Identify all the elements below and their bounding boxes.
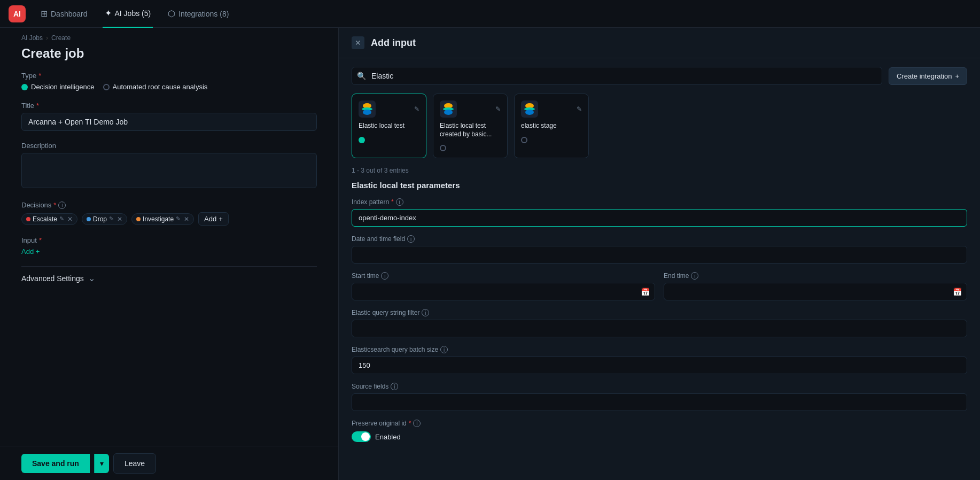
card-name-2: Elastic local test created by basic... [440, 122, 501, 138]
start-time-info-icon[interactable]: i [381, 272, 388, 280]
preserve-id-toggle[interactable] [352, 431, 371, 442]
drop-remove-icon[interactable]: ✕ [117, 215, 122, 223]
create-integration-plus-icon: + [955, 72, 959, 80]
type-decision-intelligence[interactable]: Decision intelligence [21, 83, 95, 91]
breadcrumb-parent[interactable]: AI Jobs [21, 34, 43, 42]
nav-dashboard-label: Dashboard [51, 10, 88, 18]
decision-tag-investigate: Investigate ✎ ✕ [131, 213, 194, 225]
advanced-settings-label: Advanced Settings [21, 274, 84, 283]
title-required-marker: * [36, 102, 39, 110]
start-time-label: Start time i [352, 272, 655, 280]
preserve-original-id-label: Preserve original id * i [352, 420, 967, 427]
breadcrumb: AI Jobs › Create [0, 28, 338, 42]
start-time-input[interactable] [352, 283, 655, 300]
date-time-input[interactable] [352, 246, 967, 264]
type-label: Type * [21, 72, 317, 80]
source-fields-input[interactable] [352, 393, 967, 411]
end-time-info-icon[interactable]: i [691, 272, 698, 280]
entries-count: 1 - 3 out of 3 entries [339, 167, 980, 181]
decisions-field-group: Decisions * i Escalate ✎ ✕ Drop ✎ [21, 201, 317, 226]
top-navigation: AI ⊞ Dashboard ✦ AI Jobs (5) ⬡ Integrati… [0, 0, 980, 28]
modal-close-button[interactable]: ✕ [352, 36, 364, 49]
card-edit-icon-2[interactable]: ✎ [495, 105, 501, 113]
decisions-info-icon[interactable]: i [58, 202, 66, 209]
card-edit-icon-3[interactable]: ✎ [577, 105, 582, 113]
chevron-down-icon: ⌄ [88, 273, 95, 283]
advanced-settings-toggle[interactable]: Advanced Settings ⌄ [21, 266, 317, 290]
end-calendar-icon: 📅 [953, 288, 962, 296]
create-integration-button[interactable]: Create integration + [889, 67, 967, 85]
description-input[interactable] [21, 153, 317, 188]
svg-point-3 [363, 110, 371, 115]
index-pattern-info-icon[interactable]: i [396, 198, 403, 206]
escalate-edit-icon[interactable]: ✎ [59, 215, 64, 222]
svg-point-11 [525, 110, 534, 115]
elastic-logo-1 [359, 100, 376, 118]
save-and-run-button[interactable]: Save and run [21, 454, 90, 473]
end-time-field: End time i 📅 [664, 272, 967, 300]
card-header-1: ✎ [359, 100, 419, 118]
batch-size-info-icon[interactable]: i [440, 346, 448, 353]
query-filter-info-icon[interactable]: i [422, 309, 429, 316]
escalate-label: Escalate [33, 215, 57, 223]
start-time-field: Start time i 📅 [352, 272, 655, 300]
source-fields-info-icon[interactable]: i [391, 383, 398, 390]
batch-size-label: Elasticsearch query batch size i [352, 346, 967, 353]
integration-search-input[interactable] [352, 67, 882, 85]
card-edit-icon-1[interactable]: ✎ [414, 105, 419, 113]
card-radio-2 [440, 145, 446, 151]
end-time-input[interactable] [664, 283, 967, 300]
preserve-id-toggle-row: Enabled [352, 431, 967, 442]
input-add-button[interactable]: Add + [21, 247, 317, 256]
index-pattern-label: Index pattern * i [352, 198, 967, 206]
nav-dashboard[interactable]: ⊞ Dashboard [38, 0, 90, 28]
escalate-remove-icon[interactable]: ✕ [67, 215, 73, 223]
modal-header: ✕ Add input [339, 28, 980, 58]
investigate-dot [136, 217, 141, 221]
preserve-id-toggle-label: Enabled [375, 433, 401, 441]
page-title: Create job [0, 42, 338, 72]
start-calendar-icon: 📅 [641, 288, 650, 296]
date-time-label: Date and time field i [352, 235, 967, 243]
escalate-dot [26, 217, 30, 221]
create-integration-label: Create integration [897, 72, 952, 80]
batch-size-field: Elasticsearch query batch size i [352, 346, 967, 374]
source-fields-field: Source fields i [352, 383, 967, 411]
main-layout: AI Jobs › Create Create job Type * Decis… [0, 28, 980, 480]
type-required-marker: * [38, 72, 41, 80]
decisions-label: Decisions * i [21, 201, 317, 209]
investigate-remove-icon[interactable]: ✕ [184, 215, 189, 223]
add-decision-button[interactable]: Add + [198, 212, 229, 226]
integrations-icon: ⬡ [168, 9, 175, 19]
batch-size-input[interactable] [352, 357, 967, 374]
save-and-run-dropdown[interactable]: ▾ [94, 454, 109, 473]
end-time-input-wrapper: 📅 [664, 283, 967, 300]
integration-card-elastic-stage[interactable]: ✎ elastic stage [514, 94, 589, 158]
source-fields-label: Source fields i [352, 383, 967, 390]
card-header-2: ✎ [440, 100, 501, 118]
nav-integrations[interactable]: ⬡ Integrations (8) [166, 0, 231, 28]
left-panel: AI Jobs › Create Create job Type * Decis… [0, 28, 339, 480]
nav-integrations-label: Integrations (8) [178, 10, 229, 18]
time-range-row: Start time i 📅 End time i 📅 [352, 272, 967, 300]
card-radio-3 [521, 137, 527, 143]
integration-card-elastic-local-test-2[interactable]: ✎ Elastic local test created by basic... [433, 94, 508, 158]
date-time-info-icon[interactable]: i [407, 235, 415, 243]
type-root-cause[interactable]: Automated root cause analysis [103, 83, 208, 91]
drop-edit-icon[interactable]: ✎ [109, 215, 114, 222]
type-options-row: Decision intelligence Automated root cau… [21, 83, 317, 91]
investigate-edit-icon[interactable]: ✎ [176, 215, 181, 222]
integration-cards: ✎ Elastic local test ✎ Elastic local tes… [339, 94, 980, 167]
params-title: Elastic local test parameters [352, 181, 967, 190]
title-label: Title * [21, 102, 317, 110]
preserve-id-info-icon[interactable]: i [413, 420, 421, 427]
title-input[interactable] [21, 113, 317, 131]
query-filter-label: Elastic query string filter i [352, 309, 967, 316]
leave-button[interactable]: Leave [113, 453, 156, 474]
query-filter-input[interactable] [352, 320, 967, 337]
type-field-group: Type * Decision intelligence Automated r… [21, 72, 317, 91]
create-job-form: Type * Decision intelligence Automated r… [0, 72, 338, 446]
index-pattern-input[interactable] [352, 209, 967, 227]
integration-card-elastic-local-test[interactable]: ✎ Elastic local test [352, 94, 426, 158]
nav-ai-jobs[interactable]: ✦ AI Jobs (5) [103, 0, 153, 28]
